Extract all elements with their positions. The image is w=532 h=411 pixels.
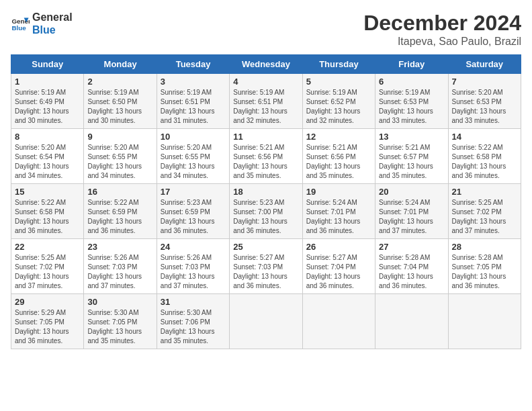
day-info: Sunrise: 5:19 AMSunset: 6:49 PMDaylight:… bbox=[15, 88, 80, 126]
day-number: 25 bbox=[233, 242, 298, 252]
logo-icon: General Blue bbox=[11, 14, 30, 33]
day-info: Sunrise: 5:19 AMSunset: 6:50 PMDaylight:… bbox=[87, 88, 152, 126]
calendar-cell: 28Sunrise: 5:28 AMSunset: 7:05 PMDayligh… bbox=[448, 239, 521, 294]
calendar-table: SundayMondayTuesdayWednesdayThursdayFrid… bbox=[11, 54, 521, 349]
calendar-cell: 27Sunrise: 5:28 AMSunset: 7:04 PMDayligh… bbox=[375, 239, 448, 294]
calendar-cell: 7Sunrise: 5:20 AMSunset: 6:53 PMDaylight… bbox=[448, 74, 521, 129]
calendar-cell: 12Sunrise: 5:21 AMSunset: 6:56 PMDayligh… bbox=[302, 129, 375, 184]
day-number: 19 bbox=[306, 187, 371, 197]
calendar-cell: 13Sunrise: 5:21 AMSunset: 6:57 PMDayligh… bbox=[375, 129, 448, 184]
day-info: Sunrise: 5:23 AMSunset: 7:00 PMDaylight:… bbox=[233, 198, 298, 236]
calendar-cell: 22Sunrise: 5:25 AMSunset: 7:02 PMDayligh… bbox=[11, 239, 84, 294]
day-info: Sunrise: 5:26 AMSunset: 7:03 PMDaylight:… bbox=[161, 253, 226, 291]
day-number: 29 bbox=[15, 297, 80, 307]
calendar-cell: 26Sunrise: 5:27 AMSunset: 7:04 PMDayligh… bbox=[302, 239, 375, 294]
day-number: 14 bbox=[452, 132, 517, 142]
day-number: 23 bbox=[87, 242, 152, 252]
calendar-cell: 31Sunrise: 5:30 AMSunset: 7:06 PMDayligh… bbox=[157, 294, 229, 349]
day-info: Sunrise: 5:24 AMSunset: 7:01 PMDaylight:… bbox=[306, 198, 371, 236]
calendar-cell bbox=[375, 294, 448, 349]
calendar-cell: 19Sunrise: 5:24 AMSunset: 7:01 PMDayligh… bbox=[302, 184, 375, 239]
week-row-3: 15Sunrise: 5:22 AMSunset: 6:58 PMDayligh… bbox=[11, 184, 521, 239]
calendar-cell: 17Sunrise: 5:23 AMSunset: 6:59 PMDayligh… bbox=[157, 184, 229, 239]
weekday-header-sunday: Sunday bbox=[11, 55, 84, 74]
calendar-cell: 21Sunrise: 5:25 AMSunset: 7:02 PMDayligh… bbox=[448, 184, 521, 239]
day-number: 10 bbox=[161, 132, 226, 142]
day-number: 16 bbox=[87, 187, 152, 197]
week-row-4: 22Sunrise: 5:25 AMSunset: 7:02 PMDayligh… bbox=[11, 239, 521, 294]
calendar-cell: 29Sunrise: 5:29 AMSunset: 7:05 PMDayligh… bbox=[11, 294, 84, 349]
day-info: Sunrise: 5:20 AMSunset: 6:53 PMDaylight:… bbox=[452, 88, 517, 126]
day-number: 7 bbox=[452, 77, 517, 87]
calendar-cell: 3Sunrise: 5:19 AMSunset: 6:51 PMDaylight… bbox=[157, 74, 229, 129]
calendar-cell: 24Sunrise: 5:26 AMSunset: 7:03 PMDayligh… bbox=[157, 239, 229, 294]
day-info: Sunrise: 5:19 AMSunset: 6:51 PMDaylight:… bbox=[233, 88, 298, 126]
calendar-cell: 1Sunrise: 5:19 AMSunset: 6:49 PMDaylight… bbox=[11, 74, 84, 129]
day-number: 6 bbox=[379, 77, 444, 87]
day-info: Sunrise: 5:21 AMSunset: 6:56 PMDaylight:… bbox=[306, 143, 371, 181]
day-number: 9 bbox=[87, 132, 152, 142]
weekday-header-saturday: Saturday bbox=[448, 55, 521, 74]
calendar-cell: 25Sunrise: 5:27 AMSunset: 7:03 PMDayligh… bbox=[230, 239, 302, 294]
calendar-cell: 15Sunrise: 5:22 AMSunset: 6:58 PMDayligh… bbox=[11, 184, 84, 239]
day-info: Sunrise: 5:19 AMSunset: 6:51 PMDaylight:… bbox=[161, 88, 226, 126]
day-info: Sunrise: 5:19 AMSunset: 6:53 PMDaylight:… bbox=[379, 88, 444, 126]
day-info: Sunrise: 5:22 AMSunset: 6:58 PMDaylight:… bbox=[15, 198, 80, 236]
calendar-cell: 2Sunrise: 5:19 AMSunset: 6:50 PMDaylight… bbox=[84, 74, 157, 129]
day-info: Sunrise: 5:20 AMSunset: 6:55 PMDaylight:… bbox=[161, 143, 226, 181]
day-info: Sunrise: 5:19 AMSunset: 6:52 PMDaylight:… bbox=[306, 88, 371, 126]
day-number: 1 bbox=[15, 77, 80, 87]
weekday-header-thursday: Thursday bbox=[302, 55, 375, 74]
calendar-cell bbox=[230, 294, 302, 349]
logo: General Blue General Blue bbox=[11, 11, 73, 36]
day-number: 31 bbox=[161, 297, 226, 307]
title-area: December 2024 Itapeva, Sao Paulo, Brazil bbox=[363, 11, 521, 48]
weekday-header-wednesday: Wednesday bbox=[230, 55, 302, 74]
day-number: 30 bbox=[87, 297, 152, 307]
day-info: Sunrise: 5:23 AMSunset: 6:59 PMDaylight:… bbox=[161, 198, 226, 236]
weekday-header-monday: Monday bbox=[84, 55, 157, 74]
day-info: Sunrise: 5:29 AMSunset: 7:05 PMDaylight:… bbox=[15, 308, 80, 346]
day-number: 3 bbox=[161, 77, 226, 87]
calendar-cell: 10Sunrise: 5:20 AMSunset: 6:55 PMDayligh… bbox=[157, 129, 229, 184]
day-number: 11 bbox=[233, 132, 298, 142]
day-number: 4 bbox=[233, 77, 298, 87]
main-title: December 2024 bbox=[363, 11, 521, 36]
day-info: Sunrise: 5:27 AMSunset: 7:04 PMDaylight:… bbox=[306, 253, 371, 291]
day-info: Sunrise: 5:30 AMSunset: 7:06 PMDaylight:… bbox=[161, 308, 226, 346]
calendar-cell: 23Sunrise: 5:26 AMSunset: 7:03 PMDayligh… bbox=[84, 239, 157, 294]
header: General Blue General Blue December 2024 … bbox=[11, 11, 521, 48]
day-number: 2 bbox=[87, 77, 152, 87]
calendar-cell: 5Sunrise: 5:19 AMSunset: 6:52 PMDaylight… bbox=[302, 74, 375, 129]
day-info: Sunrise: 5:27 AMSunset: 7:03 PMDaylight:… bbox=[233, 253, 298, 291]
day-number: 17 bbox=[161, 187, 226, 197]
day-info: Sunrise: 5:21 AMSunset: 6:57 PMDaylight:… bbox=[379, 143, 444, 181]
calendar-cell: 18Sunrise: 5:23 AMSunset: 7:00 PMDayligh… bbox=[230, 184, 302, 239]
day-info: Sunrise: 5:25 AMSunset: 7:02 PMDaylight:… bbox=[452, 198, 517, 236]
day-info: Sunrise: 5:22 AMSunset: 6:58 PMDaylight:… bbox=[452, 143, 517, 181]
calendar-cell: 11Sunrise: 5:21 AMSunset: 6:56 PMDayligh… bbox=[230, 129, 302, 184]
day-number: 27 bbox=[379, 242, 444, 252]
calendar-cell: 30Sunrise: 5:30 AMSunset: 7:05 PMDayligh… bbox=[84, 294, 157, 349]
day-number: 26 bbox=[306, 242, 371, 252]
logo-line2: Blue bbox=[32, 24, 73, 36]
day-info: Sunrise: 5:28 AMSunset: 7:05 PMDaylight:… bbox=[452, 253, 517, 291]
calendar-cell: 6Sunrise: 5:19 AMSunset: 6:53 PMDaylight… bbox=[375, 74, 448, 129]
weekday-header-tuesday: Tuesday bbox=[157, 55, 229, 74]
day-info: Sunrise: 5:30 AMSunset: 7:05 PMDaylight:… bbox=[87, 308, 152, 346]
day-number: 18 bbox=[233, 187, 298, 197]
calendar-cell: 9Sunrise: 5:20 AMSunset: 6:55 PMDaylight… bbox=[84, 129, 157, 184]
calendar-cell bbox=[302, 294, 375, 349]
day-info: Sunrise: 5:25 AMSunset: 7:02 PMDaylight:… bbox=[15, 253, 80, 291]
day-number: 5 bbox=[306, 77, 371, 87]
weekday-header-friday: Friday bbox=[375, 55, 448, 74]
calendar-cell: 14Sunrise: 5:22 AMSunset: 6:58 PMDayligh… bbox=[448, 129, 521, 184]
weekday-header-row: SundayMondayTuesdayWednesdayThursdayFrid… bbox=[11, 55, 521, 74]
day-number: 24 bbox=[161, 242, 226, 252]
calendar-cell bbox=[448, 294, 521, 349]
calendar-cell: 8Sunrise: 5:20 AMSunset: 6:54 PMDaylight… bbox=[11, 129, 84, 184]
svg-text:Blue: Blue bbox=[11, 24, 26, 32]
subtitle: Itapeva, Sao Paulo, Brazil bbox=[363, 36, 521, 48]
day-number: 28 bbox=[452, 242, 517, 252]
calendar-cell: 20Sunrise: 5:24 AMSunset: 7:01 PMDayligh… bbox=[375, 184, 448, 239]
